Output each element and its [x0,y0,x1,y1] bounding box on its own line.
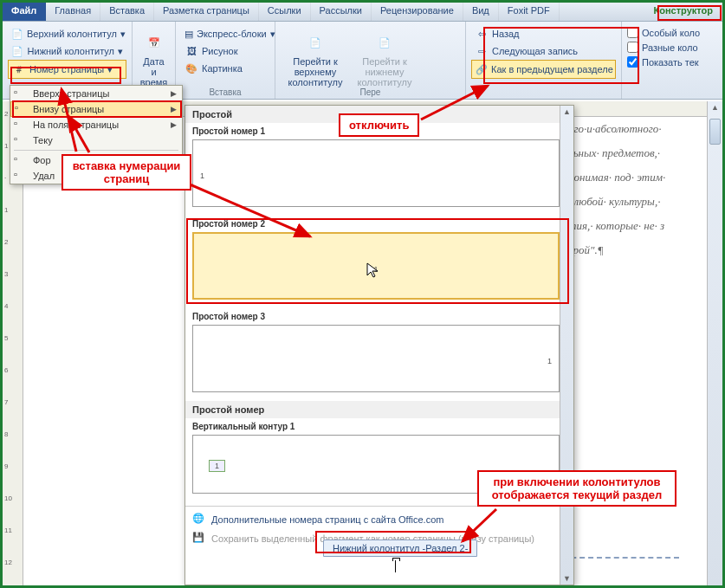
picture-icon: 🖼 [184,44,198,58]
preview-number: 1 [373,265,378,274]
different-odd-even-checkbox[interactable]: Разные коло [627,40,712,55]
date-time-label: Дата и время [140,56,168,87]
office-icon: 🌐 [192,513,206,527]
header-button[interactable]: 📄 Верхний колонтитул ▾ [8,25,126,42]
tab-home[interactable]: Главная [46,3,100,21]
goto-footer-icon: 📄 [371,29,398,56]
date-time-button[interactable]: 📅 Дата и время [138,25,170,91]
gallery-item-plain3[interactable]: Простой номер 3 1 [185,308,573,401]
tab-references[interactable]: Ссылки [259,3,311,21]
current-icon: ▫ [14,133,28,147]
preview-number: 1 [547,357,552,365]
footer-button[interactable]: 📄 Нижний колонтитул ▾ [8,42,126,60]
tab-constructor[interactable]: Конструктор [645,3,722,21]
dropdown-arrow-icon: ▾ [107,64,113,75]
footer-icon: 📄 [11,44,24,58]
next-record-button[interactable]: ⇨ Следующая запись [471,42,616,60]
tab-mailings[interactable]: Рассылки [311,3,372,21]
calendar-icon: 📅 [140,29,168,56]
check-label: Разные коло [642,42,698,53]
ribbon-tabs: Файл Главная Вставка Разметка страницы С… [3,3,722,22]
preview-number: 1 [209,460,225,472]
back-icon: ⇦ [475,27,489,41]
tab-review[interactable]: Рецензирование [372,3,463,21]
express-label: Экспресс-блоки [197,29,267,39]
submenu-arrow-icon: ▶ [171,105,177,113]
dropdown-arrow-icon: ▾ [270,29,275,40]
different-first-page-checkbox[interactable]: Особый коло [627,25,712,40]
more-label: Дополнительные номера страниц с сайта Of… [211,514,443,525]
annotation-arrow [417,81,495,124]
picture-label: Рисунок [202,46,238,56]
annotation-label-insert-numbering: вставка нумерации страниц [61,154,191,191]
gallery-scrollbar[interactable] [560,106,573,585]
express-blocks-button[interactable]: ▤ Экспресс-блоки ▾ [181,25,269,42]
nav-back-button[interactable]: ⇦ Назад [471,25,616,42]
dropdown-arrow-icon: ▾ [120,29,126,40]
page-number-label: Номер страницы [29,64,104,74]
goto-header-icon: 📄 [301,29,329,56]
dropdown-arrow-icon: ▾ [118,46,123,57]
svg-line-3 [421,86,488,120]
menu-label: Теку [33,135,53,145]
scrollbar-thumb[interactable] [709,119,721,145]
goto-footer-label: Перейти к нижнему колонтитулу [357,56,412,87]
menu-label: Удал [33,171,55,181]
next-icon: ⇨ [475,44,489,58]
submenu-arrow-icon: ▶ [171,120,177,129]
next-label: Следующая запись [492,46,578,56]
tab-view[interactable]: Вид [463,3,499,21]
menu-label: Фор [33,155,51,165]
clipart-button[interactable]: 🎨 Картинка [181,60,269,77]
back-label: Назад [492,29,520,39]
group-label-insert: Вставка [176,87,275,97]
tab-foxit[interactable]: Foxit PDF [499,3,560,21]
check-label: Показать тек [642,57,699,68]
gallery-item-title: Вертикальный контур 1 [192,420,566,433]
svg-line-1 [68,116,89,152]
page-bottom-icon: ▫ [15,102,29,116]
header-icon: 📄 [11,27,23,41]
page-top-icon: ▫ [14,87,28,100]
page-margins-icon: ▫ [14,118,28,132]
link-prev-label: Как в предыдущем разделе [491,64,613,74]
submenu-arrow-icon: ▶ [171,89,177,98]
page-number-icon: #️ [12,62,26,76]
footer-label: Нижний колонтитул [28,46,114,56]
save-icon: 💾 [192,532,206,546]
annotation-arrow [63,111,98,154]
annotation-label-footer-section: при включении колонтитулов отображается … [477,470,676,507]
remove-icon: ▫ [14,169,28,183]
annotation-label-disable: отключить [339,113,419,137]
check-label: Особый коло [642,28,700,38]
header-label: Верхний колонтитул [27,29,117,39]
clipart-label: Картинка [202,63,243,74]
picture-button[interactable]: 🖼 Рисунок [181,42,269,60]
tab-page-layout[interactable]: Разметка страницы [154,3,259,21]
gallery-section-plain-num: Простой номер [185,401,573,418]
gallery-more-office[interactable]: 🌐 Дополнительные номера страниц с сайта … [192,510,566,529]
link-icon: 🔗 [476,62,488,76]
format-icon: ▫ [14,153,28,167]
vertical-scrollbar[interactable] [707,101,722,585]
goto-header-button[interactable]: 📄 Перейти к верхнему колонтитулу [281,25,350,91]
goto-footer-button: 📄 Перейти к нижнему колонтитулу [350,25,419,91]
tab-file[interactable]: Файл [3,3,46,21]
menu-top-of-page[interactable]: ▫ Вверху страницы ▶ [10,86,182,101]
tab-insert[interactable]: Вставка [100,3,154,21]
blocks-icon: ▤ [184,27,193,41]
gallery-item-title: Простой номер 3 [192,310,566,323]
annotation-arrow [457,505,501,548]
document-text: ого·и·абсолютного· льных· предметов,· по… [568,117,707,585]
show-document-text-checkbox[interactable]: Показать тек [627,55,712,69]
goto-header-label: Перейти к верхнему колонтитулу [288,56,343,87]
text-cursor [395,560,396,572]
page-number-button[interactable]: #️ Номер страницы ▾ [8,60,126,79]
link-to-previous-button[interactable]: 🔗 Как в предыдущем разделе [471,60,616,79]
clipart-icon: 🎨 [184,61,198,75]
footer-section-tab: Нижний колонтитул -Раздел 2- [323,540,477,557]
svg-line-4 [463,509,496,541]
